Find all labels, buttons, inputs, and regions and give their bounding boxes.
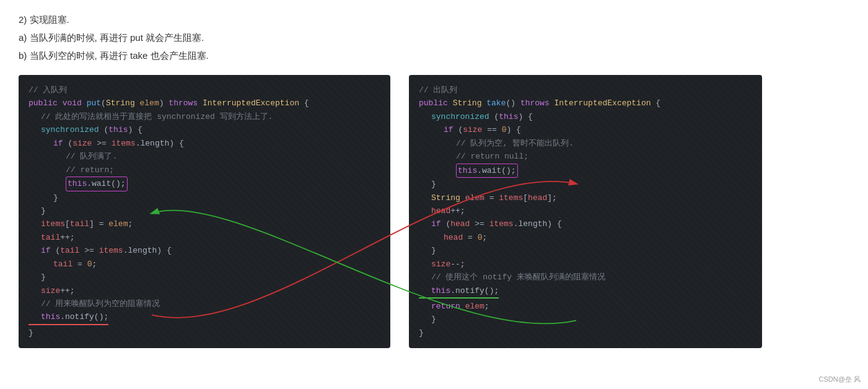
code-panels: // 入队列 public void put(String elem) thro… <box>19 75 849 348</box>
page-container: 2) 实现阻塞. a) 当队列满的时候, 再进行 put 就会产生阻塞. b) … <box>0 0 868 389</box>
code-line-sync-right: synchronized (this) { <box>419 110 752 123</box>
code-line-wait-right: this.wait(); <box>419 164 752 178</box>
code-line-size-dec: size--; <box>419 258 752 271</box>
code-line-wait-left: this.wait(); <box>28 177 380 191</box>
code-line-comment-right2: // 使用这个 notify 来唤醒队列满的阻塞情况 <box>419 271 752 284</box>
code-line-close-if: } <box>28 191 380 204</box>
code-line-sync1: synchronized (this) { <box>28 123 380 136</box>
code-line-put-sig: public void put(String elem) throws Inte… <box>28 97 380 110</box>
watermark: CSDN@垒 风 <box>819 375 861 384</box>
code-line-head-inc: head++; <box>419 204 752 217</box>
code-line-return-null: // return null; <box>419 150 752 163</box>
code-line-take-sig: public String take() throws InterruptedE… <box>419 97 752 110</box>
code-line-notify-left: this.notify(); <box>28 310 108 325</box>
code-line-return-elem: return elem; <box>419 300 752 313</box>
code-line-if-head: if (head >= items.length) { <box>419 217 752 230</box>
code-line-string-elem: String elem = items[head]; <box>419 191 752 204</box>
code-line-close-method-left: } <box>28 326 380 339</box>
code-line-comment1: // 此处的写法就相当于直接把 synchronized 写到方法上了. <box>28 110 380 123</box>
code-line-comment2: // 队列满了. <box>28 150 380 163</box>
code-line-head-zero: head = 0; <box>419 231 752 244</box>
code-line-tail-zero: tail = 0; <box>28 258 380 271</box>
code-line-close-sync: } <box>28 204 380 217</box>
code-line-items-tail: items[tail] = elem; <box>28 217 380 230</box>
code-line-if-tail: if (tail >= items.length) { <box>28 244 380 257</box>
code-line-close-if2: } <box>28 271 380 284</box>
code-content-left: // 入队列 public void put(String elem) thro… <box>28 84 380 339</box>
code-content-right: // 出队列 public String take() throws Inter… <box>419 84 752 339</box>
code-line-tail-inc: tail++; <box>28 231 380 244</box>
code-line-comment-right1: // 队列为空, 暂时不能出队列. <box>419 137 752 150</box>
code-line-size-inc: size++; <box>28 284 380 297</box>
code-line-return-comment: // return; <box>28 164 380 177</box>
code-line-close-method-right: } <box>419 326 752 339</box>
text-section: 2) 实现阻塞. a) 当队列满的时候, 再进行 put 就会产生阻塞. b) … <box>19 11 849 64</box>
comment-dequeue: // 出队列 <box>419 84 752 97</box>
code-line-close-sync-right: } <box>419 313 752 326</box>
comment-enqueue: // 入队列 <box>28 84 380 97</box>
code-line-comment3: // 用来唤醒队列为空的阻塞情况 <box>28 297 380 310</box>
code-panel-left: // 入队列 public void put(String elem) thro… <box>19 75 390 348</box>
text-line-3: b) 当队列空的时候, 再进行 take 也会产生阻塞. <box>19 47 849 64</box>
code-panel-right: // 出队列 public String take() throws Inter… <box>409 75 762 348</box>
code-line-close-if-right: } <box>419 178 752 191</box>
code-line-notify-right: this.notify(); <box>419 284 499 299</box>
code-line-if-size: if (size >= items.length) { <box>28 137 380 150</box>
text-line-1: 2) 实现阻塞. <box>19 11 849 28</box>
code-line-if-size-right: if (size == 0) { <box>419 123 752 136</box>
text-line-2: a) 当队列满的时候, 再进行 put 就会产生阻塞. <box>19 29 849 46</box>
code-line-close-if-head: } <box>419 244 752 257</box>
